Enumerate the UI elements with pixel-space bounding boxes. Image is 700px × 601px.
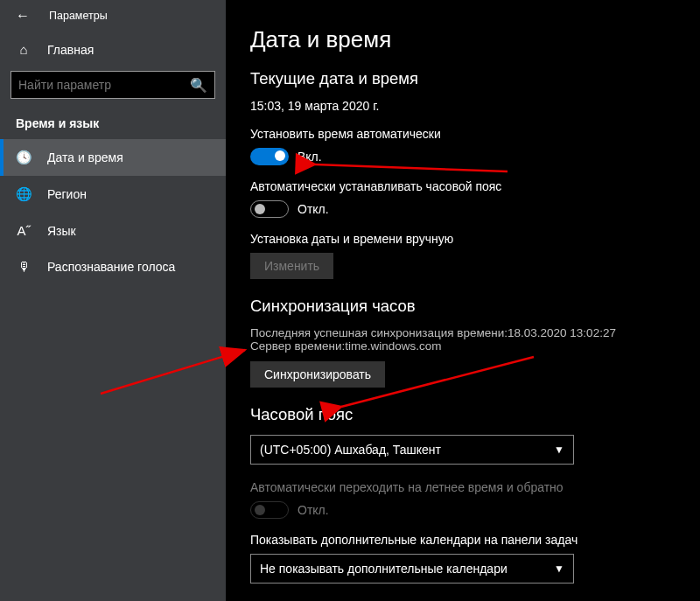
titlebar: ← Параметры (0, 0, 226, 31)
extra-calendars-section: Показывать дополнительные календари на п… (250, 533, 676, 584)
main-content: Дата и время Текущие дата и время 15:03,… (226, 0, 700, 601)
search-icon[interactable]: 🔍 (190, 77, 207, 94)
search-box[interactable]: 🔍 (10, 71, 215, 99)
language-icon: A˝ (16, 223, 32, 238)
speech-icon: 🎙 (16, 259, 32, 274)
sidebar-item-label: Дата и время (47, 150, 123, 164)
manual-set-section: Установка даты и времени вручную Изменит… (250, 232, 676, 279)
sidebar-group-title: Время и язык (0, 108, 226, 139)
auto-time-toggle[interactable] (250, 148, 289, 165)
home-icon: ⌂ (16, 42, 32, 57)
manual-set-label: Установка даты и времени вручную (250, 232, 676, 246)
dst-section: Автоматически переходить на летнее время… (250, 480, 676, 519)
change-datetime-button: Изменить (250, 253, 333, 279)
sidebar-item-date-time[interactable]: 🕓Дата и время (0, 139, 226, 176)
sync-now-button[interactable]: Синхронизировать (250, 361, 385, 388)
region-icon: 🌐 (16, 186, 32, 202)
sidebar: ← Параметры ⌂ Главная 🔍 Время и язык 🕓Да… (0, 0, 226, 601)
extra-calendars-select[interactable]: Не показывать дополнительные календари ▼ (250, 554, 574, 584)
chevron-down-icon: ▼ (554, 563, 564, 575)
auto-timezone-label: Автоматически устанавливать часовой пояс (250, 179, 676, 193)
page-title: Дата и время (250, 26, 676, 53)
auto-timezone-section: Автоматически устанавливать часовой пояс… (250, 179, 676, 218)
current-datetime-value: 15:03, 19 марта 2020 г. (250, 99, 676, 113)
timezone-value: (UTC+05:00) Ашхабад, Ташкент (260, 443, 441, 457)
extra-calendars-value: Не показывать дополнительные календари (260, 562, 508, 576)
timezone-select[interactable]: (UTC+05:00) Ашхабад, Ташкент ▼ (250, 435, 574, 465)
nav-home[interactable]: ⌂ Главная (0, 31, 226, 67)
auto-time-state: Вкл. (298, 150, 322, 164)
sidebar-item-label: Распознавание голоса (47, 260, 175, 274)
auto-time-label: Установить время автоматически (250, 127, 676, 141)
nav-home-label: Главная (47, 43, 94, 57)
sidebar-list: 🕓Дата и время🌐РегионA˝Язык🎙Распознавание… (0, 139, 226, 284)
sync-server: Сервер времени:time.windows.com (250, 339, 676, 353)
sync-last: Последняя успешная синхронизация времени… (250, 326, 676, 339)
auto-timezone-toggle[interactable] (250, 200, 289, 218)
sidebar-item-label: Язык (47, 224, 76, 238)
dst-state: Откл. (298, 503, 329, 517)
back-button[interactable]: ← (16, 9, 30, 23)
sidebar-item-language[interactable]: A˝Язык (0, 213, 226, 248)
timezone-title: Часовой пояс (250, 405, 676, 424)
sidebar-item-speech[interactable]: 🎙Распознавание голоса (0, 248, 226, 284)
search-input[interactable] (18, 78, 190, 92)
auto-timezone-state: Откл. (298, 202, 329, 216)
chevron-down-icon: ▼ (554, 444, 564, 456)
dst-toggle (250, 501, 289, 519)
extra-calendars-label: Показывать дополнительные календари на п… (250, 533, 676, 547)
dst-label: Автоматически переходить на летнее время… (250, 480, 676, 494)
auto-time-section: Установить время автоматически Вкл. (250, 127, 676, 165)
sync-title: Синхронизация часов (250, 297, 676, 316)
sidebar-item-region[interactable]: 🌐Регион (0, 176, 226, 213)
current-datetime-title: Текущие дата и время (250, 69, 676, 88)
search-wrap: 🔍 (0, 67, 226, 108)
window-title: Параметры (49, 10, 108, 22)
sidebar-item-label: Регион (47, 187, 87, 201)
date-time-icon: 🕓 (16, 150, 32, 165)
